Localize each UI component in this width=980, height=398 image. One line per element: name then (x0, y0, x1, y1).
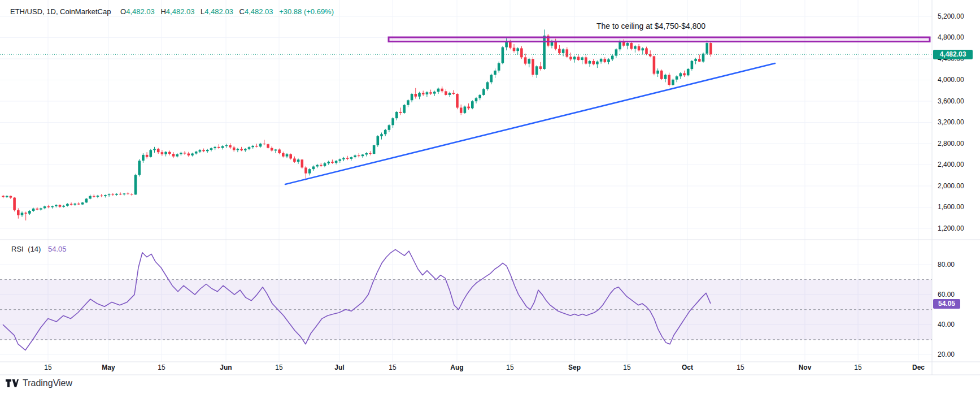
time-month-label: Jul (334, 364, 344, 371)
price-tick-label: 4,800.00 (938, 33, 964, 41)
chart-canvas[interactable] (0, 0, 980, 398)
rsi-tick-label: 20.00 (938, 351, 955, 358)
time-day-label: 15 (854, 364, 861, 371)
time-day-label: 15 (623, 364, 630, 371)
open-value: 4,482.03 (126, 7, 155, 16)
time-month-label: May (102, 364, 115, 371)
price-tick-label: 2,800.00 (938, 140, 964, 148)
resistance-annotation-text[interactable]: The to ceiling at $4,750-$4,800 (596, 21, 705, 31)
rsi-tick-label: 60.00 (938, 291, 955, 298)
time-month-label: Oct (682, 364, 693, 371)
rsi-value: 54.05 (48, 245, 67, 253)
high-label: H (160, 7, 165, 16)
rsi-tick-label: 40.00 (938, 321, 955, 328)
tradingview-watermark-text[interactable]: TradingView (23, 378, 72, 388)
tradingview-chart-window: ETH/USD, 1D, CoinMarketCap O4,482.03 H4,… (0, 0, 980, 398)
price-tick-label: 1,200.00 (938, 224, 964, 232)
price-tick-label: 3,600.00 (938, 97, 964, 105)
time-day-label: 15 (275, 364, 282, 371)
high-value: 4,482.03 (166, 7, 195, 16)
price-tick-label: 1,600.00 (938, 203, 964, 211)
tradingview-watermark[interactable]: TradingView (6, 378, 72, 389)
change-value: +30.88 (+0.69%) (279, 7, 334, 16)
time-day-label: 15 (158, 364, 165, 371)
price-tick-label: 3,200.00 (938, 118, 964, 126)
time-month-label: Aug (450, 364, 463, 371)
rsi-value-badge: 54.05 (933, 299, 960, 309)
symbol-title[interactable]: ETH/USD, 1D, CoinMarketCap (10, 7, 111, 16)
time-day-label: 15 (389, 364, 396, 371)
open-label: O (120, 7, 126, 16)
time-day-label: 15 (506, 364, 513, 371)
time-day-label: 15 (44, 364, 51, 371)
symbol-legend[interactable]: ETH/USD, 1D, CoinMarketCap O4,482.03 H4,… (10, 7, 334, 16)
low-value: 4,482.03 (204, 7, 233, 16)
price-tick-label: 2,000.00 (938, 182, 964, 190)
time-month-label: Sep (568, 364, 581, 371)
rsi-params: (14) (28, 245, 41, 253)
price-tick-label: 2,400.00 (938, 161, 964, 168)
price-tick-label: 5,200.00 (938, 12, 964, 20)
price-tick-label: 4,000.00 (938, 76, 964, 84)
time-month-label: Dec (912, 364, 925, 371)
tradingview-logo-icon[interactable] (6, 378, 19, 389)
time-month-label: Nov (799, 364, 812, 371)
close-value: 4,482.03 (245, 7, 273, 16)
close-label: C (239, 7, 245, 16)
rsi-tick-label: 80.00 (938, 261, 955, 269)
last-price-badge: 4,482.03 (933, 50, 973, 59)
rsi-indicator-legend[interactable]: RSI (14) 54.05 (11, 245, 67, 253)
time-month-label: Jun (220, 364, 232, 371)
rsi-name: RSI (11, 245, 24, 253)
time-day-label: 15 (737, 364, 744, 371)
